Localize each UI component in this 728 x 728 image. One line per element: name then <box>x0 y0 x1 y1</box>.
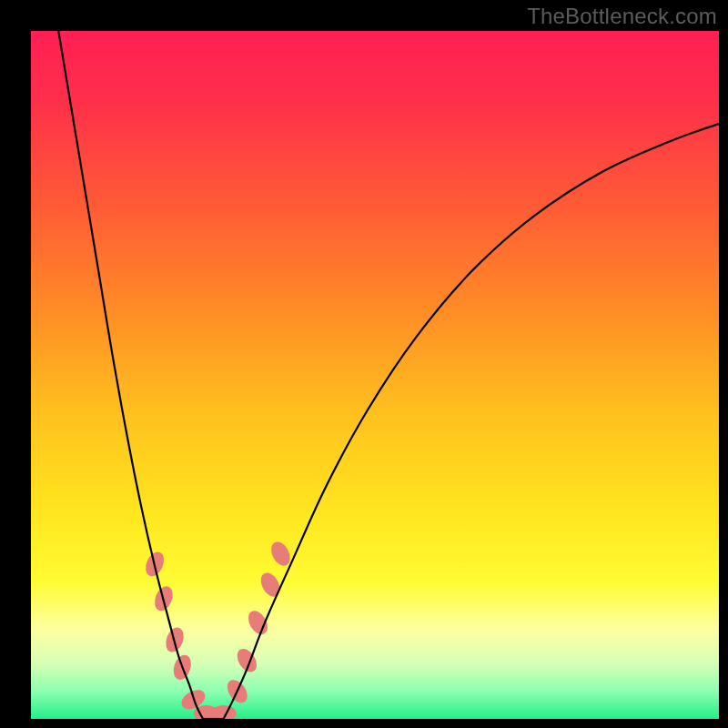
curve-marker <box>245 608 272 638</box>
marker-layer <box>142 539 294 719</box>
left-branch-curve <box>58 31 203 719</box>
plot-area <box>31 31 719 719</box>
right-branch-curve <box>224 124 719 719</box>
chart-frame: TheBottleneck.com <box>0 0 728 728</box>
curve-marker <box>258 570 284 600</box>
watermark-text: TheBottleneck.com <box>527 4 717 29</box>
curve-layer <box>31 31 719 719</box>
